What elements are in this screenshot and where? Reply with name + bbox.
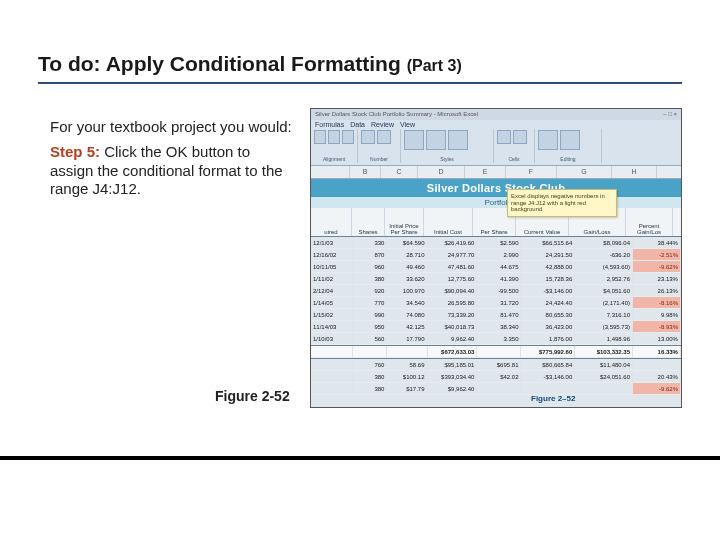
table-row: 11/14/0395042.125$40,018.7338.34036,423.… [311,321,681,333]
cell: 950 [353,321,387,333]
table-row: 1/11/0238033.62012,775.6041.39015,728.36… [311,273,681,285]
number-icon[interactable] [361,130,375,144]
sheet-subtitle: Portfol [311,197,681,208]
cell: 990 [353,309,387,321]
cell-styles-icon[interactable] [448,130,468,150]
cell: -8.93% [633,321,681,333]
body-text: For your textbook project you would: Ste… [50,118,295,205]
group-alignment: Alignment [311,129,358,163]
cell: $40,018.73 [428,321,478,333]
cell [353,346,387,358]
cell: -$3,146.00 [521,371,575,383]
cell: $695.81 [477,359,521,371]
cell: 58.69 [387,359,427,371]
tab-formulas[interactable]: Formulas [315,121,344,128]
tab-review[interactable]: Review [371,121,394,128]
cell: 16.33% [633,346,681,358]
cell [477,383,521,395]
table-row: 1/14/0577034.54026,595.8031.72024,424.40… [311,297,681,309]
align-icon[interactable] [342,130,354,144]
cell: 20.43% [633,371,681,383]
cell: 36,423.00 [521,321,575,333]
group-styles: Styles [401,129,494,163]
group-number: Number [358,129,401,163]
sheet-title: Silver Dollars Stock Club [311,179,681,197]
cell: 80,655.30 [521,309,575,321]
cell: $4,051.60 [575,285,633,297]
slide-title: To do: Apply Conditional Formatting (Par… [38,52,682,84]
cell: 24,424.40 [521,297,575,309]
cell: $95,185.01 [428,359,478,371]
cell: $17.79 [387,383,427,395]
cell: 74.080 [387,309,427,321]
cell: 2.990 [477,249,521,261]
cell: 42.125 [387,321,427,333]
cell [387,346,427,358]
cell: 100.970 [387,285,427,297]
column-headers: B C D E F G H [311,166,681,179]
cell: $103,332.35 [575,346,633,358]
number-icon[interactable] [377,130,391,144]
cell: 28.710 [387,249,427,261]
cell: (4,593.60) [575,261,633,273]
align-icon[interactable] [314,130,326,144]
format-as-table-icon[interactable] [426,130,446,150]
cell: $80,665.84 [521,359,575,371]
title-part: (Part 3) [407,57,462,74]
table-row: 1/10/0356017.7909,962.403.3501,876.001,4… [311,333,681,345]
cell: 38.44% [633,237,681,249]
tab-data[interactable]: Data [350,121,365,128]
cell: 26,595.80 [428,297,478,309]
group-cells: Cells [494,129,535,163]
cell: 760 [353,359,387,371]
cell: 9.98% [633,309,681,321]
cell: $42.02 [477,371,521,383]
cell [311,371,353,383]
align-icon[interactable] [328,130,340,144]
cell [311,383,353,395]
cell: $8,096.04 [575,237,633,249]
cell: 10/11/05 [311,261,353,273]
cell: 1/14/05 [311,297,353,309]
table-row: $672,633.03$775,992.60$103,332.3516.33% [311,345,681,359]
table-row: 10/11/0596049.46047,481.6044.67542,888.0… [311,261,681,273]
cell: 2,952.76 [575,273,633,285]
tab-view[interactable]: View [400,121,415,128]
step-label: Step 5: [50,143,100,160]
cell: 42,888.00 [521,261,575,273]
cell: 960 [353,261,387,273]
cell: -9.62% [633,383,681,395]
ribbon-tabs: Formulas Data Review View [311,120,681,129]
table-row: 380$17.79$9,962.40-9.62% [311,383,681,395]
cell: 330 [353,237,387,249]
cell: $2.590 [477,237,521,249]
cell [311,346,353,358]
cell: 1/11/02 [311,273,353,285]
callout-box: Excel displays negative numbers in range… [507,189,617,217]
cell [575,383,633,395]
cell: 9,962.40 [428,333,478,345]
cell: 1/15/02 [311,309,353,321]
delete-icon[interactable] [513,130,527,144]
cell [633,359,681,371]
cell: -2.51% [633,249,681,261]
cell: 49.460 [387,261,427,273]
table-body: 12/1/03330$64.590$26,419.60$2.590$66,515… [311,237,681,395]
cell: $64.590 [387,237,427,249]
figure-caption: Figure 2-52 [215,388,290,404]
cell: $672,633.03 [428,346,478,358]
group-editing: Editing [535,129,602,163]
embedded-screenshot: Silver Dollars Stock Club Portfolio Summ… [310,108,682,408]
table-row: 12/1/03330$64.590$26,419.60$2.590$66,515… [311,237,681,249]
cell: 12/16/02 [311,249,353,261]
window-controls: – □ × [663,109,677,120]
embedded-figure-label: Figure 2–52 [531,394,575,403]
insert-icon[interactable] [497,130,511,144]
sort-filter-icon[interactable] [538,130,558,150]
footer-rule [0,456,720,460]
cell [477,346,521,358]
cell: (2,171.40) [575,297,633,309]
find-select-icon[interactable] [560,130,580,150]
cell: 1,876.00 [521,333,575,345]
conditional-formatting-icon[interactable] [404,130,424,150]
